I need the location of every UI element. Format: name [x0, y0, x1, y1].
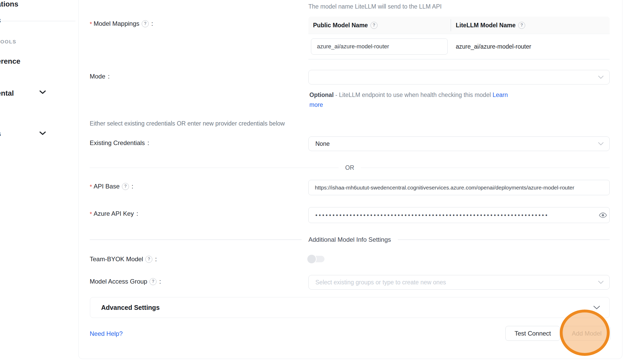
sidebar-divider [0, 21, 75, 21]
existing-credentials-value: None [315, 140, 330, 147]
learn-more-link[interactable]: Learn [492, 91, 508, 98]
sidebar-item-s2[interactable]: s [0, 129, 1, 138]
mode-select[interactable] [308, 70, 610, 84]
click-annotation-circle [560, 310, 610, 356]
credentials-note: Either select existing credentials OR en… [90, 120, 285, 127]
team-byok-label: Team-BYOK Model ? : [90, 256, 157, 263]
model-mappings-label: * Model Mappings ? : [90, 19, 153, 28]
chevron-down-icon [598, 281, 604, 284]
required-marker: * [90, 19, 92, 28]
existing-credentials-label: Existing Credentials : [90, 139, 149, 147]
litellm-model-name-header: LiteLLM Model Name ? [451, 22, 525, 29]
public-model-name-header: Public Model Name ? [308, 22, 451, 29]
sidebar-item-erence[interactable]: erence [0, 57, 20, 66]
azure-api-key-label: * Azure API Key : [90, 210, 138, 218]
info-icon[interactable]: ? [122, 183, 129, 190]
test-connect-button[interactable]: Test Connect [505, 326, 560, 341]
advanced-settings-panel[interactable]: Advanced Settings [90, 297, 610, 318]
chevron-down-icon [598, 76, 604, 79]
existing-credentials-select[interactable]: None [308, 136, 610, 151]
sidebar-section-tools: TOOLS [0, 39, 16, 45]
info-icon[interactable]: ? [370, 22, 378, 29]
toggle-knob [307, 255, 316, 263]
required-marker: * [90, 210, 92, 218]
table-column-divider [451, 19, 451, 31]
advanced-settings-title: Advanced Settings [101, 304, 593, 311]
sidebar-item-ations[interactable]: ations [0, 0, 18, 9]
mode-help-text: Optional - LiteLLM endpoint to use when … [309, 90, 508, 110]
model-access-group-select[interactable]: Select existing groups or type to create… [308, 275, 610, 290]
required-marker: * [90, 182, 92, 191]
mode-label: Mode : [90, 73, 110, 80]
chevron-down-icon [598, 142, 604, 146]
eye-icon[interactable] [599, 211, 607, 219]
learn-more-link[interactable]: more [309, 101, 323, 108]
api-base-input[interactable] [308, 180, 610, 195]
model-access-group-placeholder: Select existing groups or type to create… [315, 279, 446, 286]
litellm-model-name-value: azure_ai/azure-model-router [456, 43, 531, 50]
model-mappings-table-header: Public Model Name ? LiteLLM Model Name ? [308, 17, 610, 34]
info-icon[interactable]: ? [145, 256, 152, 263]
public-model-name-input[interactable] [311, 38, 448, 55]
model-access-group-label: Model Access Group ? : [90, 278, 161, 285]
additional-model-info-divider: Additional Model Info Settings [90, 236, 610, 243]
api-base-label: * API Base ? : [90, 182, 133, 191]
team-byok-toggle[interactable] [307, 255, 325, 263]
need-help-link[interactable]: Need Help? [90, 330, 123, 337]
sidebar-item-s[interactable]: s [0, 16, 1, 25]
chevron-down-icon [593, 306, 600, 310]
chevron-down-icon [39, 90, 46, 94]
info-icon[interactable]: ? [518, 22, 525, 29]
or-divider: OR [90, 164, 610, 171]
azure-api-key-input[interactable] [308, 207, 610, 223]
chevron-down-icon [39, 131, 46, 135]
sidebar-item-ental[interactable]: ental [0, 89, 14, 98]
info-icon[interactable]: ? [149, 278, 157, 285]
info-icon[interactable]: ? [142, 20, 149, 27]
add-model-page: ations s TOOLS erence ental s The model … [0, 0, 644, 360]
litellm-model-name-helper: The model name LiteLLM will send to the … [308, 3, 442, 10]
table-row-divider [308, 59, 610, 60]
